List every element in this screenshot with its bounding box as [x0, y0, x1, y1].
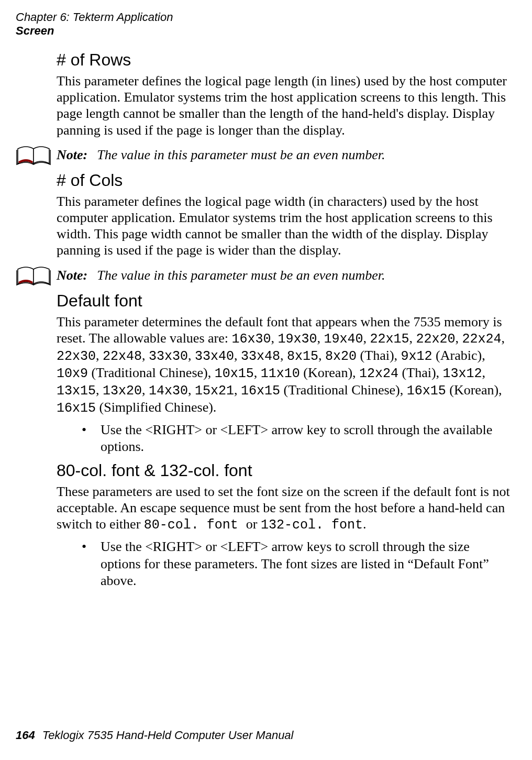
font-value: 22x20: [416, 332, 456, 347]
font-value: 33x40: [195, 349, 234, 364]
font-value: 19x30: [278, 332, 317, 347]
text: (Simplified Chinese).: [96, 400, 216, 415]
font-value: 10x9: [57, 366, 88, 381]
section-label: Screen: [16, 24, 173, 38]
book-icon: [16, 264, 52, 287]
font-value: 13x15: [57, 383, 96, 399]
font-option: 80-col. font: [144, 517, 246, 533]
note-body: The value in this parameter must be an e…: [97, 268, 385, 283]
font-value: 12x24: [359, 366, 398, 381]
text: (Korean),: [446, 382, 502, 398]
font-value: 13x12: [443, 366, 482, 381]
font-value: 19x40: [324, 332, 363, 347]
font-value: 33x30: [149, 349, 188, 364]
font-value: 22x24: [462, 332, 502, 347]
heading-rows: # of Rows: [57, 50, 512, 70]
note-rows: Note:The value in this parameter must be…: [16, 144, 512, 167]
chapter-label: Chapter 6: Tekterm Application: [16, 10, 173, 24]
font-option: 132-col. font: [261, 517, 363, 533]
page-footer: 164Teklogix 7535 Hand-Held Computer User…: [16, 729, 294, 742]
font-value: 8x15: [287, 349, 318, 364]
para-default-font: This parameter determines the default fo…: [57, 314, 512, 416]
page: Chapter 6: Tekterm Application Screen # …: [0, 0, 532, 760]
font-value: 8x20: [325, 349, 357, 364]
font-value: 33x48: [241, 349, 280, 364]
heading-cols: # of Cols: [57, 171, 512, 190]
note-rows-text: Note:The value in this parameter must be…: [57, 147, 385, 163]
font-value: 10x15: [215, 366, 254, 381]
bullet-list: Use the <RIGHT> or <LEFT> arrow keys to …: [82, 538, 512, 590]
para-cols: This parameter defines the logical page …: [57, 193, 512, 259]
font-value: 9x12: [401, 349, 433, 364]
note-cols-text: Note:The value in this parameter must be…: [57, 268, 385, 283]
font-value: 16x15: [57, 401, 96, 416]
text: (Korean),: [300, 365, 359, 380]
font-value: 14x30: [149, 383, 188, 399]
font-value: 16x30: [231, 332, 271, 347]
font-value: 13x20: [103, 383, 142, 399]
text: (Thai),: [357, 348, 401, 363]
list-item: Use the <RIGHT> or <LEFT> arrow key to s…: [82, 422, 512, 456]
note-label: Note:: [57, 268, 87, 283]
text: .: [363, 516, 367, 532]
font-value: 15x21: [195, 383, 234, 399]
note-label: Note:: [57, 147, 87, 162]
font-value: 16x15: [241, 383, 280, 399]
list-item: Use the <RIGHT> or <LEFT> arrow keys to …: [82, 538, 512, 590]
note-body: The value in this parameter must be an e…: [97, 147, 385, 162]
font-value: 11x10: [261, 366, 300, 381]
font-value: 16x15: [407, 383, 446, 399]
page-number: 164: [16, 729, 35, 742]
text: or: [246, 516, 261, 532]
page-header: Chapter 6: Tekterm Application Screen: [16, 10, 173, 38]
text: (Arabic),: [433, 348, 485, 363]
font-value: 22x48: [103, 349, 142, 364]
heading-colfont: 80-col. font & 132-col. font: [57, 461, 512, 480]
book-icon: [16, 144, 52, 167]
para-colfont: These parameters are used to set the fon…: [57, 483, 512, 533]
text: (Thai),: [398, 365, 442, 380]
para-rows: This parameter defines the logical page …: [57, 73, 512, 138]
font-value: 22x30: [57, 349, 96, 364]
bullet-list: Use the <RIGHT> or <LEFT> arrow key to s…: [82, 422, 512, 456]
footer-title: Teklogix 7535 Hand-Held Computer User Ma…: [42, 729, 294, 742]
note-cols: Note:The value in this parameter must be…: [16, 264, 512, 287]
text: (Traditional Chinese),: [88, 365, 215, 380]
text: (Traditional Chinese),: [280, 382, 407, 398]
page-body: # of Rows This parameter defines the log…: [57, 46, 512, 595]
font-value: 22x15: [370, 332, 409, 347]
heading-default-font: Default font: [57, 291, 512, 311]
